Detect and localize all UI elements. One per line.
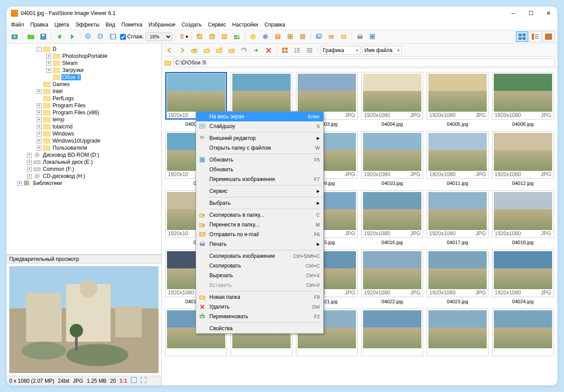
batch2-button[interactable] [326,31,337,42]
tree-expander[interactable]: - [37,47,42,52]
ctx-Сервис[interactable]: Сервис▶ [196,186,323,196]
menu-Избранное[interactable]: Избранное [146,21,178,29]
tree-expander[interactable]: + [27,153,32,158]
thumbnail[interactable]: 1920x1080JPG04010.jpg [361,131,423,186]
minimize-button[interactable]: ─ [509,9,518,18]
rotate-left-button[interactable] [194,31,205,42]
thumbnail[interactable]: 1920x1080JPG04022.jpg [361,249,423,304]
tree-item[interactable]: +Program Files (x86) [8,109,159,116]
filter-select[interactable]: Графика [321,46,360,55]
tree-item[interactable]: +Локальный диск (E:) [8,158,159,166]
ctx-Перенести в папку...[interactable]: Перенести в папку...M [196,220,323,230]
delete-button[interactable] [263,45,274,56]
sort-select[interactable]: Имя файла [362,46,402,55]
thumbnail[interactable]: 1920x1080JPG04023.jpg [427,249,488,304]
tree-item[interactable]: +Windows [8,130,159,137]
nav-forward-button[interactable] [177,45,187,56]
view-thumbs-button[interactable] [516,31,528,42]
tree-expander[interactable]: + [37,110,42,115]
thumbnail[interactable]: 1920x1080JPG04004.jpg [361,72,423,127]
zoom-select[interactable]: 16% [146,32,172,41]
thumbnail[interactable] [361,309,423,358]
forward-button[interactable] [67,31,77,42]
fullscreen-icon[interactable] [140,377,147,384]
effect3-button[interactable] [285,31,295,42]
path-field[interactable]: C:\D\Обои 3\ [173,58,555,67]
batch1-button[interactable] [314,31,324,42]
tree-item[interactable]: PerfLogs [8,95,159,102]
tree-item[interactable]: +totalcmd [8,123,159,130]
close-button[interactable]: ✕ [544,9,553,18]
tree-item[interactable]: +Библиотеки [8,180,159,187]
tree-expander[interactable]: + [17,181,22,186]
ctx-Внешний редактор[interactable]: Внешний редактор▶ [196,133,323,143]
status-icon1[interactable] [131,377,137,384]
menu-Сервис[interactable]: Сервис [205,21,229,29]
thumbnail[interactable]: 1920x1080JPG04012.jpg [492,131,554,186]
ctx-Вырезать[interactable]: ВырезатьCtrl+X [196,271,323,280]
refresh-button[interactable] [238,45,249,56]
tree-item[interactable]: +Загрузки [8,67,159,74]
thumbnail[interactable] [427,309,488,358]
thumbnail[interactable]: 1920x1080JPG04017.jpg [427,190,488,245]
back-button[interactable] [54,31,65,42]
tree-item[interactable]: +temp [8,116,159,123]
settings-button[interactable] [367,31,378,42]
open-button[interactable] [26,31,36,42]
tree-item[interactable]: +Common (F:) [8,166,159,173]
ctx-Отправить по e-mail[interactable]: Отправить по e-mailF6 [196,230,323,239]
ctx-На весь экран[interactable]: На весь экранEnter [196,112,323,121]
menu-Настройки[interactable]: Настройки [230,21,261,29]
tree-expander[interactable]: + [37,103,42,108]
tree-item[interactable]: +Дисковод BD-ROM (D:) [8,151,159,158]
tree-item[interactable]: -D [8,45,159,53]
tree-item[interactable]: +CD-дисковод (H:) [8,173,159,180]
ctx-Обновить[interactable]: ОбновитьF5 [196,155,323,165]
tree-expander[interactable]: + [46,54,51,59]
tree-item[interactable]: +PhotoshopPortable [8,53,159,60]
thumbnail[interactable] [492,309,554,358]
maximize-button[interactable]: ☐ [526,9,535,18]
save-button[interactable] [38,31,49,42]
view-small-button[interactable] [304,45,315,56]
tree-expander[interactable]: + [37,117,42,122]
ctx-Скопировать в папку...[interactable]: Скопировать в папку...C [196,210,323,220]
tree-item[interactable]: +Program Files [8,102,159,109]
resize-button[interactable]: СВ [231,31,242,42]
ctx-Удалить[interactable]: УдалитьDel [196,302,323,312]
folder-tree[interactable]: -D+PhotoshopPortable+Steam+ЗагрузкиОбои … [7,44,161,255]
tree-expander[interactable]: + [37,146,42,151]
tree-expander[interactable]: + [46,68,51,73]
nav-home-button[interactable] [201,45,212,56]
ctx-Переименовать[interactable]: AПереименоватьF2 [196,312,323,321]
ctx-Скопировать изображение[interactable]: Скопировать изображениеCtrl+Shift+C [196,251,323,261]
tree-item[interactable]: +Steam [8,60,159,67]
fav-button[interactable] [226,45,237,56]
effect1-button[interactable] [260,31,271,42]
adjust-button[interactable] [248,31,258,42]
zoom-fit-button[interactable]: 1:1 [108,31,118,42]
effect4-button[interactable] [297,31,308,42]
print-button[interactable] [355,31,365,42]
ctx-Новая папка[interactable]: Новая папкаF8 [196,292,323,302]
tree-item[interactable]: +Windows10Upgrade [8,137,159,144]
menu-Создать[interactable]: Создать [179,21,204,29]
ctx-Перемешать изображения[interactable]: Перемешать изображенияF7 [196,174,323,184]
batch3-button[interactable] [338,31,349,42]
view-list-button[interactable] [529,31,541,42]
menu-Вид[interactable]: Вид [103,21,118,29]
tree-expander[interactable]: + [46,61,51,66]
zoom-out-button[interactable] [95,31,106,42]
view-full-button[interactable] [542,31,555,42]
thumbnail[interactable]: 1920x1080JPG04018.jpg [492,190,554,245]
tree-expander[interactable]: + [37,124,42,129]
nav-up-button[interactable] [189,45,200,56]
menu-Цвета[interactable]: Цвета [52,21,72,29]
ctx-Обновить[interactable]: Обновить [196,165,323,174]
effect2-button[interactable] [273,31,283,42]
menu-Эффекты[interactable]: Эффекты [73,21,102,29]
view-grid-button[interactable] [280,45,290,56]
zoom-in-button[interactable] [83,31,94,42]
menu-Справка[interactable]: Справка [262,21,288,29]
ctx-Выбрать[interactable]: Выбрать▶ [196,198,323,208]
